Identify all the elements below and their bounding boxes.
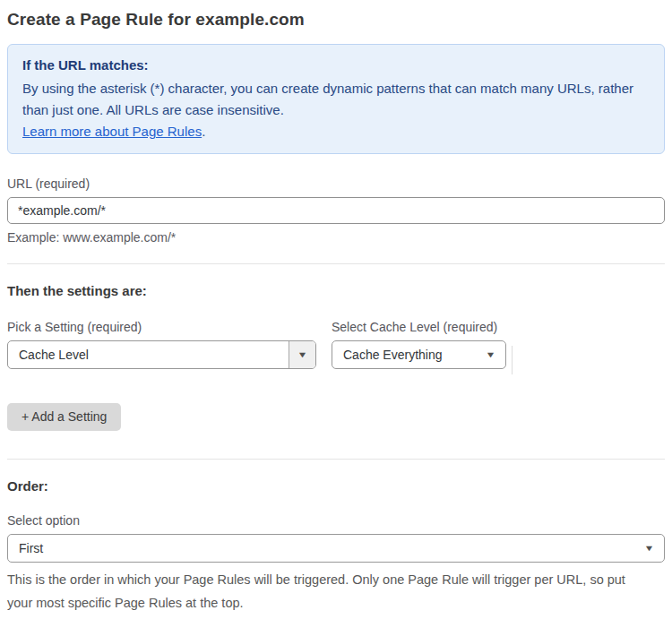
cache-level-select[interactable]: Cache Everything ▼ [332,340,506,369]
info-callout-link-line: Learn more about Page Rules. [22,121,650,142]
url-field-label: URL (required) [7,176,665,191]
url-input[interactable] [7,197,665,224]
learn-more-link[interactable]: Learn more about Page Rules [22,124,202,139]
url-example-hint: Example: www.example.com/* [7,230,665,245]
setting-picker-select[interactable]: Cache Level ▼ [7,340,316,369]
info-callout-body: By using the asterisk (*) character, you… [22,78,650,121]
add-setting-button[interactable]: + Add a Setting [7,403,121,431]
chevron-down-icon: ▼ [486,351,496,359]
column-divider [512,346,513,374]
url-match-info-callout: If the URL matches: By using the asteris… [7,44,665,154]
create-page-rule-form: Create a Page Rule for example.com If th… [0,0,672,619]
order-select-label: Select option [7,513,665,528]
section-divider [7,459,665,460]
order-section-heading: Order: [7,478,665,494]
order-select[interactable]: First ▼ [7,534,665,563]
cache-level-column: Select Cache Level (required) Cache Ever… [332,320,506,369]
settings-row: Pick a Setting (required) Cache Level ▼ … [7,320,665,374]
page-title: Create a Page Rule for example.com [7,10,665,30]
setting-picker-value: Cache Level [8,348,289,362]
link-punctuation: . [202,124,205,139]
cache-level-label: Select Cache Level (required) [332,320,506,334]
setting-picker-arrow-cell[interactable]: ▼ [289,341,315,368]
cache-level-value: Cache Everything [332,348,487,362]
order-select-arrow-cell: ▼ [645,545,664,553]
setting-picker-column: Pick a Setting (required) Cache Level ▼ [7,320,316,369]
info-callout-title: If the URL matches: [22,55,650,76]
setting-picker-label: Pick a Setting (required) [7,320,316,334]
order-select-value: First [8,541,645,555]
chevron-down-icon: ▼ [644,545,655,553]
chevron-down-icon: ▼ [297,351,307,359]
section-divider [7,263,665,264]
settings-section-heading: Then the settings are: [7,283,665,298]
cache-level-arrow-cell: ▼ [487,351,505,359]
order-hint: This is the order in which your Page Rul… [7,568,650,615]
